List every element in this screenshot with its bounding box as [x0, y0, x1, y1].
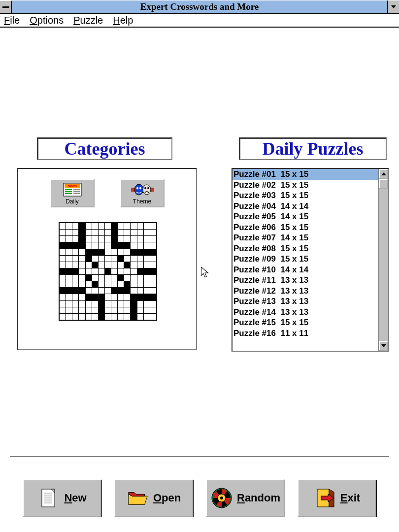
svg-point-14 [144, 187, 146, 189]
random-button-label: Random [237, 492, 280, 504]
svg-point-11 [136, 187, 138, 190]
menu-puzzle[interactable]: Puzzle [73, 15, 103, 26]
cursor-icon [200, 266, 209, 279]
scroll-down-button[interactable] [379, 341, 388, 351]
bottom-toolbar: New Open [0, 476, 399, 520]
svg-point-12 [139, 187, 141, 190]
daily-category-button[interactable]: NEWS Daily [50, 179, 95, 207]
scroll-track[interactable] [379, 179, 388, 341]
random-button[interactable]: Random [206, 479, 285, 517]
list-item[interactable]: Puzzle #15 15 x 15 [233, 317, 378, 328]
list-item[interactable]: Puzzle #10 14 x 14 [233, 265, 378, 275]
puzzle-listbox[interactable]: Puzzle #01 15 x 15Puzzle #02 15 x 15Puzz… [232, 168, 389, 352]
title-bar: Expert Crosswords and More [0, 0, 399, 14]
menu-file[interactable]: File [4, 15, 20, 26]
categories-heading: Categories [37, 137, 172, 160]
list-item[interactable]: Puzzle #07 14 x 15 [233, 233, 378, 243]
list-item[interactable]: Puzzle #16 11 x 11 [233, 328, 378, 339]
list-item[interactable]: Puzzle #09 15 x 15 [233, 254, 378, 265]
crossword-preview [59, 222, 157, 321]
menu-bar: File Options Puzzle Help [0, 14, 399, 28]
daily-category-label: Daily [66, 198, 79, 205]
list-item[interactable]: Puzzle #02 15 x 15 [233, 180, 378, 191]
list-item[interactable]: Puzzle #08 15 x 15 [233, 243, 378, 254]
exit-button-label: Exit [340, 492, 360, 504]
svg-point-26 [220, 497, 223, 499]
newspaper-icon: NEWS [63, 181, 82, 198]
list-item[interactable]: Puzzle #01 15 x 15 [233, 169, 378, 180]
theme-masks-icon [130, 181, 155, 198]
svg-rect-16 [42, 489, 55, 507]
content-area: Categories Daily Puzzles NEWS [0, 28, 399, 532]
svg-point-13 [143, 185, 151, 195]
list-item[interactable]: Puzzle #04 14 x 14 [233, 201, 378, 212]
menu-options[interactable]: Options [30, 15, 64, 26]
svg-rect-7 [73, 191, 80, 192]
svg-rect-8 [73, 193, 80, 194]
scroll-up-button[interactable] [379, 169, 388, 179]
theme-category-button[interactable]: Theme [120, 179, 165, 207]
exit-button[interactable]: Exit [298, 479, 376, 517]
list-item[interactable]: Puzzle #11 13 x 13 [233, 275, 378, 286]
categories-panel: NEWS Daily [17, 168, 197, 350]
system-menu-button[interactable] [0, 0, 12, 13]
svg-rect-5 [65, 193, 72, 194]
svg-text:NEWS: NEWS [68, 185, 77, 188]
folder-open-icon [127, 487, 149, 509]
window-title: Expert Crosswords and More [12, 1, 387, 12]
menu-help[interactable]: Help [113, 15, 133, 26]
svg-rect-4 [65, 191, 72, 192]
list-item[interactable]: Puzzle #06 15 x 15 [233, 222, 378, 233]
list-item[interactable]: Puzzle #13 13 x 13 [233, 296, 378, 307]
scroll-thumb[interactable] [379, 179, 388, 189]
listbox-scrollbar[interactable] [378, 169, 388, 351]
svg-rect-6 [73, 189, 80, 190]
roulette-wheel-icon [210, 487, 233, 509]
list-item[interactable]: Puzzle #12 13 x 13 [233, 286, 378, 297]
minimize-button[interactable] [387, 0, 399, 13]
new-button[interactable]: New [23, 479, 101, 517]
divider [10, 456, 389, 458]
list-item[interactable]: Puzzle #03 15 x 15 [233, 190, 378, 201]
exit-door-icon [314, 487, 336, 509]
new-document-icon [37, 487, 60, 509]
svg-rect-3 [65, 189, 72, 190]
svg-point-15 [147, 187, 149, 189]
open-button[interactable]: Open [114, 479, 193, 517]
list-item[interactable]: Puzzle #05 14 x 15 [233, 211, 378, 222]
daily-puzzles-heading: Daily Puzzles [239, 137, 387, 160]
theme-category-label: Theme [133, 198, 151, 205]
list-item[interactable]: Puzzle #14 13 x 13 [233, 307, 378, 318]
open-button-label: Open [153, 492, 181, 504]
new-button-label: New [64, 492, 86, 504]
